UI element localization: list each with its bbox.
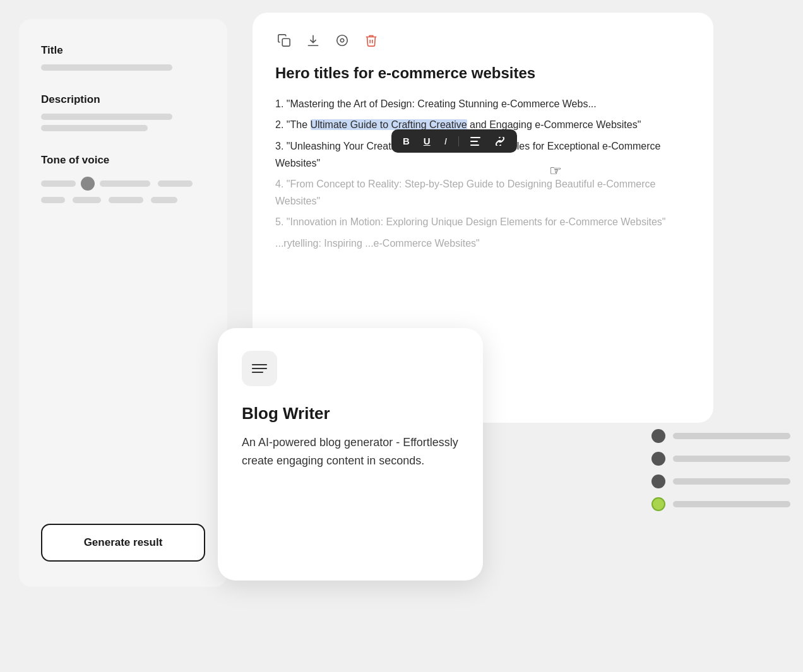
- tone-seg-1c: [158, 180, 193, 187]
- generate-button[interactable]: Generate result: [41, 524, 205, 562]
- tone-seg-2a: [41, 197, 65, 203]
- list-text-2a: "The: [287, 119, 311, 130]
- list-num-4: 4.: [275, 179, 287, 189]
- underline-button[interactable]: U: [421, 134, 433, 148]
- description-input-line1[interactable]: [41, 114, 172, 120]
- list-text-5: "Innovation in Motion: Exploring Unique …: [287, 216, 666, 227]
- title-label: Title: [41, 44, 205, 57]
- format-divider: [458, 136, 459, 146]
- tone-row-2[interactable]: [41, 197, 205, 203]
- tone-seg-2b: [73, 197, 101, 203]
- blog-card-desc: An AI-powered blog generator - Effortles…: [242, 433, 459, 470]
- tone-seg-1b: [100, 180, 150, 187]
- content-list: 1. "Mastering the Art of Design: Creatin…: [275, 95, 691, 252]
- list-text-2-highlight: Ultimate Guide to Crafting Creative: [311, 119, 467, 130]
- sidebar-row-4: [651, 497, 790, 511]
- list-num-2: 2.: [275, 119, 287, 130]
- title-input-placeholder[interactable]: [41, 64, 172, 71]
- tone-seg-1a: [41, 180, 76, 187]
- list-item-6: ...rytelling: Inspiring ...e-Commerce We…: [275, 235, 691, 252]
- svg-rect-4: [470, 141, 478, 142]
- description-label: Description: [41, 93, 205, 106]
- sidebar-bar-2: [673, 456, 790, 462]
- tone-knob-1[interactable]: [81, 177, 95, 191]
- align-button[interactable]: [468, 136, 483, 147]
- description-input-line2[interactable]: [41, 125, 148, 131]
- copy-icon[interactable]: [275, 32, 293, 49]
- blog-card-title: Blog Writer: [242, 404, 459, 423]
- sidebar-icon-4: [651, 497, 665, 511]
- sidebar-bar-4: [673, 501, 790, 507]
- tone-sliders: [41, 177, 205, 203]
- download-icon[interactable]: [304, 32, 322, 49]
- sidebar-bar-1: [673, 433, 790, 439]
- link-button[interactable]: [492, 136, 508, 147]
- left-panel: Title Description Tone of voice Generate…: [19, 19, 227, 587]
- svg-rect-0: [282, 38, 290, 46]
- format-toolbar: B U I: [391, 129, 517, 153]
- delete-icon[interactable]: [362, 32, 380, 49]
- sidebar-row-2: [651, 452, 790, 466]
- sidebar-row-1: [651, 429, 790, 443]
- svg-rect-5: [470, 144, 479, 146]
- svg-point-2: [340, 38, 344, 42]
- list-text-4: "From Concept to Reality: Step-by-Step G…: [275, 179, 655, 206]
- tone-row-1[interactable]: [41, 177, 205, 191]
- list-text-1: "Mastering the Art of Design: Creating S…: [287, 98, 597, 109]
- svg-rect-3: [470, 137, 480, 138]
- list-item-1: 1. "Mastering the Art of Design: Creatin…: [275, 95, 691, 112]
- sidebar-icon-1: [651, 429, 665, 443]
- sidebar-icon-2: [651, 452, 665, 466]
- list-text-2b: and Engaging e-Commerce Websites": [467, 119, 641, 130]
- list-num-3: 3.: [275, 141, 287, 151]
- svg-point-1: [337, 35, 348, 46]
- list-item-4: 4. "From Concept to Reality: Step-by-Ste…: [275, 175, 691, 209]
- sidebar-icon-3: [651, 475, 665, 488]
- content-title: Hero titles for e-commerce websites: [275, 63, 691, 83]
- list-num-5: 5.: [275, 216, 287, 227]
- blog-card: Blog Writer An AI-powered blog generator…: [218, 328, 483, 581]
- tone-seg-2c: [109, 197, 143, 203]
- sidebar-row-3: [651, 475, 790, 488]
- list-item-5: 5. "Innovation in Motion: Exploring Uniq…: [275, 213, 691, 230]
- card-toolbar: [275, 32, 691, 49]
- blog-card-icon: [242, 351, 277, 386]
- bold-button[interactable]: B: [400, 134, 412, 148]
- sidebar-bar-3: [673, 478, 790, 485]
- tone-seg-2d: [151, 197, 177, 203]
- list-num-1: 1.: [275, 98, 287, 109]
- save-icon[interactable]: [333, 32, 351, 49]
- tone-label: Tone of voice: [41, 154, 205, 167]
- italic-button[interactable]: I: [442, 134, 449, 148]
- list-text-6: ...rytelling: Inspiring ...e-Commerce We…: [275, 238, 480, 249]
- right-sidebar: [651, 429, 790, 511]
